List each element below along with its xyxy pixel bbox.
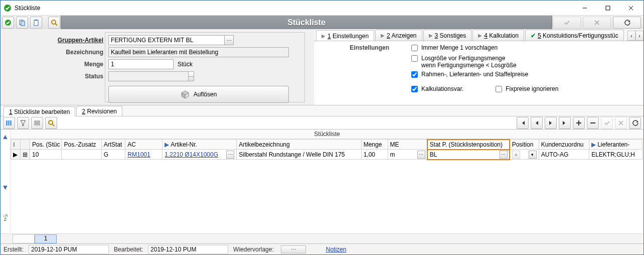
position-dropdown-button[interactable]: ▾: [529, 151, 537, 159]
grid-table: ⁞ Pos. (Stüc Pos.-Zusatz ArtStat AC ▶Art…: [11, 139, 642, 160]
tabs-scroll-right[interactable]: ›: [635, 31, 643, 41]
grid-search-button[interactable]: [45, 117, 57, 129]
row-remove-button[interactable]: [587, 117, 599, 129]
cell-ac[interactable]: RM1001: [125, 150, 163, 160]
side-up-icon[interactable]: ▲: [2, 133, 9, 141]
cell-me[interactable]: m⋯: [388, 150, 427, 160]
svg-rect-9: [8, 120, 10, 125]
cell-menge[interactable]: 1,00: [361, 150, 388, 160]
bezeichnung-label: Bezeichnung: [48, 49, 103, 56]
paste-button[interactable]: [30, 17, 42, 29]
status-label: Status: [48, 73, 103, 80]
cancel-button[interactable]: [583, 17, 611, 29]
row-expand-button[interactable]: ⊞: [21, 150, 30, 160]
col-pos[interactable]: Pos. (Stüc: [30, 140, 62, 150]
tabs-scroll-left[interactable]: ‹: [627, 31, 635, 41]
nav-last-button[interactable]: [559, 117, 571, 129]
copy-button[interactable]: [16, 17, 28, 29]
cell-artikel-nr[interactable]: 1.2210 Ø14X1000G⋯: [163, 150, 237, 160]
refresh-button[interactable]: [613, 17, 641, 29]
col-selector[interactable]: ⁞: [11, 140, 21, 150]
nav-prev-button[interactable]: [531, 117, 543, 129]
apply-button[interactable]: [553, 17, 581, 29]
status-bar: Erstellt: 2019-12-10 PUM Bearbeitet: 201…: [1, 243, 643, 254]
aufloesen-button[interactable]: Auflösen: [108, 86, 289, 103]
cell-position[interactable]: a▾: [510, 150, 539, 160]
chk-losgroesse[interactable]: Losgröße vor Fertigungsmengewenn Fertigu…: [409, 55, 638, 69]
subtab-revisionen[interactable]: 2 Revisionen: [76, 106, 122, 116]
row-apply-button[interactable]: [601, 117, 613, 129]
tab-einstellungen[interactable]: ▶1 Einstellungen: [316, 30, 374, 41]
me-lookup-button[interactable]: ⋯: [417, 151, 425, 159]
menge-input[interactable]: [108, 59, 174, 69]
window-maximize-button[interactable]: [596, 1, 619, 16]
cell-pos[interactable]: 10: [30, 150, 62, 160]
form-area: Gruppen-Artikel ⋯ Bezeichnung Menge Stüc…: [1, 29, 314, 105]
col-artstat[interactable]: ArtStat: [101, 140, 125, 150]
grid-group-button[interactable]: [31, 117, 43, 129]
search-button[interactable]: [48, 17, 60, 29]
nav-first-button[interactable]: [517, 117, 529, 129]
row-refresh-button[interactable]: [629, 117, 641, 129]
aufloesen-label: Auflösen: [194, 91, 217, 98]
subtab-bearbeiten[interactable]: 1 Stückliste bearbeiten: [4, 106, 75, 116]
upper-pane: Gruppen-Artikel ⋯ Bezeichnung Menge Stüc…: [1, 29, 643, 105]
side-down-icon[interactable]: ▼: [2, 183, 9, 191]
svg-rect-4: [21, 21, 25, 26]
col-menge[interactable]: Menge: [361, 140, 388, 150]
tab-kalkulation[interactable]: ▶4 Kalkulation: [472, 30, 524, 41]
tab-sonstiges[interactable]: ▶3 Sonstiges: [423, 30, 472, 41]
pager-cell[interactable]: [13, 234, 35, 243]
sub-tabstrip: 1 Stückliste bearbeiten 2 Revisionen: [1, 105, 643, 116]
window-close-button[interactable]: [619, 1, 642, 16]
cell-artstat[interactable]: G: [101, 150, 125, 160]
col-me[interactable]: ME: [388, 140, 427, 150]
settings-area: ▶1 Einstellungen ▶2 Anzeigen ▶3 Sonstige…: [314, 29, 643, 105]
window-title: Stückliste: [15, 5, 40, 12]
cell-pos-zusatz[interactable]: [62, 150, 101, 160]
cell-stat-p[interactable]: BL⋯: [427, 150, 510, 160]
chk-fixpreise[interactable]: Fixpreise ignorieren: [494, 85, 558, 94]
position-edit-button[interactable]: a: [512, 151, 520, 159]
notizen-link[interactable]: Notizen: [326, 246, 347, 253]
top-tabstrip: ▶1 Einstellungen ▶2 Anzeigen ▶3 Sonstige…: [314, 29, 643, 41]
col-ac[interactable]: AC: [125, 140, 163, 150]
app-icon: [4, 4, 12, 12]
statp-lookup-button[interactable]: ⋯: [500, 151, 508, 159]
artikel-nr-lookup-button[interactable]: ⋯: [226, 151, 234, 159]
gruppen-artikel-input[interactable]: [108, 35, 225, 45]
gruppen-artikel-label[interactable]: Gruppen-Artikel: [48, 37, 103, 44]
col-position[interactable]: Position: [510, 140, 539, 150]
tab-konstruktion[interactable]: ✔5 Konstuktions/Fertigungsstüc: [525, 30, 624, 41]
cell-kunden[interactable]: AUTO-AG: [539, 150, 589, 160]
chk-kalkvar[interactable]: Kalkulationsvar.: [409, 85, 463, 94]
table-row[interactable]: ▶ ⊞ 10 G RM1001 1.2210 Ø14X1000G⋯ Silber…: [11, 150, 642, 160]
grid-columns-button[interactable]: [3, 117, 15, 129]
nav-next-button[interactable]: [545, 117, 557, 129]
col-lieferanten[interactable]: ▶Lieferanten-: [589, 140, 642, 150]
gruppen-artikel-lookup-button[interactable]: ⋯: [225, 35, 234, 45]
col-artikel-bez[interactable]: Artikelbezeichnung: [237, 140, 361, 150]
col-pos-zusatz[interactable]: Pos.-Zusatz: [62, 140, 101, 150]
col-stat-p[interactable]: Stat P. (Stücklistenposition): [427, 140, 510, 150]
col-artikel-nr[interactable]: ▶Artikel-Nr.: [163, 140, 237, 150]
row-add-button[interactable]: [573, 117, 585, 129]
menge-label: Menge: [48, 61, 103, 68]
status-lookup-button[interactable]: ⋯: [189, 71, 194, 81]
grid-filter-button[interactable]: [17, 117, 29, 129]
pager-current[interactable]: 1: [35, 234, 57, 243]
col-kunden[interactable]: Kundenzuordnu: [539, 140, 589, 150]
cell-artikel-bez[interactable]: Silberstahl Rundstange / Welle DIN 175: [237, 150, 361, 160]
row-cancel-button[interactable]: [615, 117, 627, 129]
status-input[interactable]: [108, 71, 189, 81]
chk-rahmen[interactable]: Rahmen-, Lieferanten- und Staffelpreise: [409, 71, 638, 79]
confirm-button[interactable]: [2, 17, 14, 29]
sort-az-icon[interactable]: ↓AZ: [3, 213, 8, 221]
tab-anzeigen[interactable]: ▶2 Anzeigen: [375, 30, 422, 41]
chk-immer-menge-1[interactable]: Immer Menge 1 vorschlagen: [409, 44, 638, 53]
bearbeitet-value: 2019-12-10 PUM: [148, 245, 228, 254]
side-nav: ▲ ▼ ↓AZ: [1, 130, 11, 233]
cell-lieferanten[interactable]: ELEKTR;GLU;H: [589, 150, 642, 160]
wiedervorlage-button[interactable]: ⋯: [281, 245, 306, 253]
window-minimize-button[interactable]: [573, 1, 596, 16]
